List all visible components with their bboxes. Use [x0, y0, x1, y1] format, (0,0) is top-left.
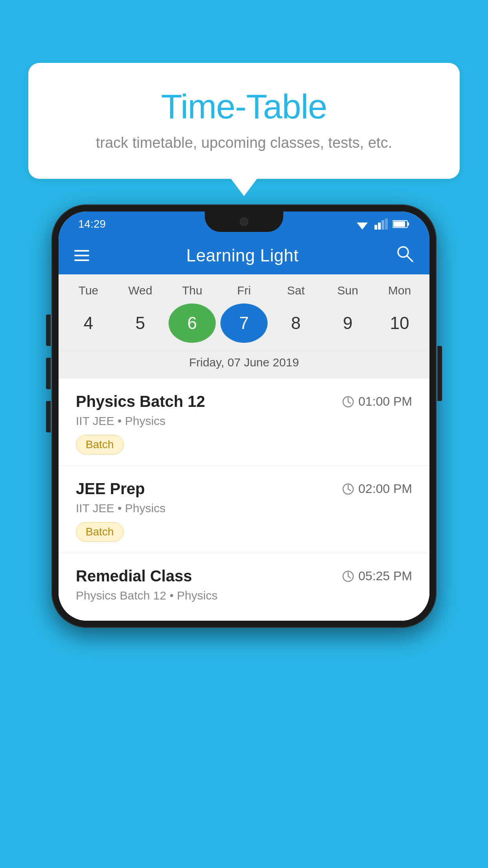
clock-icon-3	[342, 570, 354, 583]
schedule-time-text-3: 05:25 PM	[358, 569, 412, 583]
tooltip-card: Time-Table track timetable, upcoming cla…	[28, 63, 460, 179]
day-8[interactable]: 8	[272, 303, 319, 343]
schedule-time-1: 01:00 PM	[342, 394, 412, 409]
schedule-item-3-header: Remedial Class 05:25 PM	[76, 567, 412, 585]
phone-outer: 14:29	[51, 204, 437, 628]
phone-mockup: 14:29	[51, 204, 437, 628]
svg-rect-4	[382, 220, 384, 230]
app-bar-title: Learning Light	[186, 246, 299, 265]
signal-icon	[374, 219, 388, 230]
menu-line-2	[74, 255, 89, 256]
wifi-icon	[355, 219, 370, 230]
svg-rect-2	[374, 225, 377, 230]
schedule-item-2[interactable]: JEE Prep 02:00 PM IIT JEE • Physics Batc…	[59, 466, 429, 553]
status-time: 14:29	[78, 218, 106, 230]
schedule-title-2: JEE Prep	[76, 480, 145, 498]
schedule-title-3: Remedial Class	[76, 567, 192, 585]
schedule-time-text-2: 02:00 PM	[358, 482, 412, 496]
day-7-selected[interactable]: 7	[220, 303, 268, 343]
day-header-thu: Thu	[169, 284, 216, 297]
batch-badge-1: Batch	[76, 435, 124, 454]
search-icon[interactable]	[396, 245, 414, 267]
selected-date-label: Friday, 07 June 2019	[59, 351, 429, 379]
tooltip-subtitle: track timetable, upcoming classes, tests…	[60, 134, 428, 151]
schedule-item-2-header: JEE Prep 02:00 PM	[76, 480, 412, 498]
svg-line-19	[348, 576, 350, 578]
day-4[interactable]: 4	[65, 303, 112, 343]
menu-icon[interactable]	[74, 250, 89, 261]
app-bar: Learning Light	[59, 237, 429, 274]
day-header-sat: Sat	[272, 284, 319, 297]
svg-marker-0	[357, 223, 368, 230]
clock-icon-2	[342, 483, 354, 495]
day-header-tue: Tue	[65, 284, 112, 297]
menu-line-3	[74, 259, 89, 261]
clock-icon-1	[342, 395, 354, 408]
schedule-item-3[interactable]: Remedial Class 05:25 PM Physics Batch 12…	[59, 553, 429, 621]
schedule-item-1[interactable]: Physics Batch 12 01:00 PM IIT JEE • Phys…	[59, 379, 429, 466]
tooltip-title: Time-Table	[60, 86, 428, 127]
svg-line-10	[407, 256, 413, 261]
status-icons	[355, 219, 410, 230]
phone-screen: 14:29	[59, 211, 429, 621]
schedule-time-2: 02:00 PM	[342, 482, 412, 496]
schedule-subtitle-1: IIT JEE • Physics	[76, 414, 412, 428]
svg-rect-7	[407, 223, 409, 226]
schedule-time-text-1: 01:00 PM	[358, 394, 412, 409]
schedule-subtitle-2: IIT JEE • Physics	[76, 502, 412, 515]
svg-rect-5	[385, 219, 388, 230]
day-header-fri: Fri	[220, 284, 268, 297]
day-header-mon: Mon	[376, 284, 423, 297]
svg-rect-8	[393, 221, 405, 227]
svg-rect-3	[378, 223, 381, 230]
day-9[interactable]: 9	[324, 303, 371, 343]
day-5[interactable]: 5	[117, 303, 164, 343]
day-numbers: 4 5 6 7 8 9 10	[59, 303, 429, 343]
day-10[interactable]: 10	[376, 303, 423, 343]
menu-line-1	[74, 250, 89, 252]
batch-badge-2: Batch	[76, 522, 124, 542]
schedule-item-1-header: Physics Batch 12 01:00 PM	[76, 393, 412, 410]
camera-dot	[240, 217, 248, 226]
calendar-strip: Tue Wed Thu Fri Sat Sun Mon 4 5 6 7 8 9 …	[59, 274, 429, 379]
schedule-list: Physics Batch 12 01:00 PM IIT JEE • Phys…	[59, 379, 429, 621]
schedule-title-1: Physics Batch 12	[76, 393, 205, 410]
svg-line-13	[348, 402, 350, 403]
day-6-today[interactable]: 6	[169, 303, 216, 343]
schedule-subtitle-3: Physics Batch 12 • Physics	[76, 589, 412, 602]
svg-line-16	[348, 489, 350, 491]
notch	[205, 211, 283, 232]
status-bar: 14:29	[59, 211, 429, 237]
day-header-wed: Wed	[117, 284, 164, 297]
day-header-sun: Sun	[324, 284, 371, 297]
schedule-time-3: 05:25 PM	[342, 569, 412, 583]
day-headers: Tue Wed Thu Fri Sat Sun Mon	[59, 284, 429, 297]
battery-icon	[393, 220, 410, 228]
